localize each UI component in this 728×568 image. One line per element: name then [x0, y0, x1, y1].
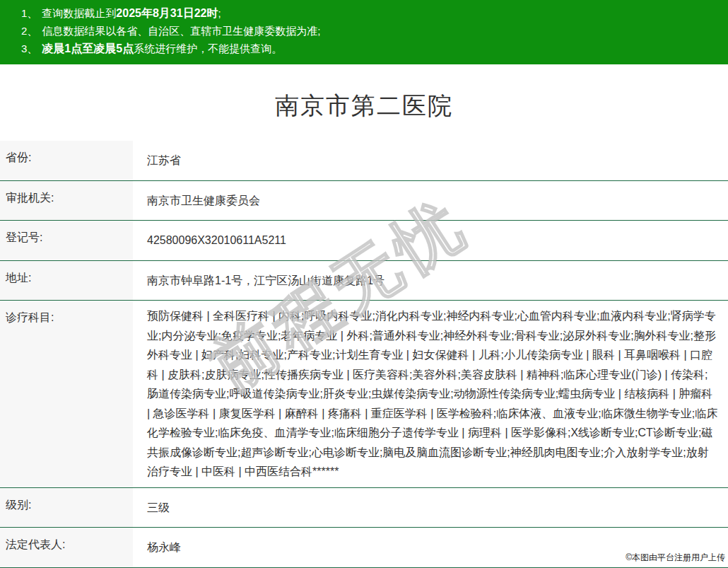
- notice-bold-text: 2025年8月31日22时: [116, 7, 218, 19]
- notice-line-3: 3、凌晨1点至凌晨5点系统进行维护，不能提供查询。: [21, 40, 721, 57]
- row-value: 南京市钟阜路1-1号，江宁区汤山街道康复路1号: [133, 261, 728, 301]
- table-row-level: 级别: 三级: [0, 488, 728, 528]
- row-label: 诊疗科目:: [0, 301, 133, 487]
- notice-number: 1、: [21, 7, 37, 19]
- hospital-info-table: 省份: 江苏省 审批机关: 南京市卫生健康委员会 登记号: 42580096X3…: [0, 141, 728, 568]
- notice-text: ;: [218, 7, 221, 19]
- table-row-approval-authority: 审批机关: 南京市卫生健康委员会: [0, 181, 728, 221]
- row-label: 法定代表人:: [0, 528, 133, 567]
- row-label: 级别:: [0, 488, 133, 528]
- row-value: 江苏省: [133, 141, 728, 180]
- notice-line-2: 2、信息数据结果以各省、自治区、直辖市卫生健康委数据为准;: [21, 22, 721, 40]
- photo-copyright-note: ©本图由平台注册用户上传: [626, 552, 725, 564]
- table-row-legal-representative: 法定代表人: 杨永峰: [0, 528, 728, 568]
- notice-text: 系统进行维护，不能提供查询。: [134, 42, 282, 54]
- row-value: 预防保健科 | 全科医疗科 | 内科;呼吸内科专业;消化内科专业;神经内科专业;…: [133, 301, 728, 487]
- row-value: 三级: [133, 488, 728, 528]
- notice-line-1: 1、查询数据截止到2025年8月31日22时;: [21, 4, 721, 22]
- notice-header: 1、查询数据截止到2025年8月31日22时; 2、信息数据结果以各省、自治区、…: [0, 0, 728, 64]
- row-value: 南京市卫生健康委员会: [133, 181, 728, 221]
- notice-number: 2、: [21, 25, 37, 37]
- table-row-address: 地址: 南京市钟阜路1-1号，江宁区汤山街道康复路1号: [0, 261, 728, 301]
- row-label: 省份:: [0, 141, 133, 180]
- notice-text: 信息数据结果以各省、自治区、直辖市卫生健康委数据为准;: [42, 25, 320, 37]
- row-label: 登记号:: [0, 221, 133, 260]
- table-row-medical-subjects: 诊疗科目: 预防保健科 | 全科医疗科 | 内科;呼吸内科专业;消化内科专业;神…: [0, 301, 728, 488]
- notice-number: 3、: [21, 42, 37, 54]
- page-title: 南京市第二医院: [0, 90, 728, 122]
- notice-bold-text: 凌晨1点至凌晨5点: [42, 42, 134, 54]
- notice-text: 查询数据截止到: [42, 7, 116, 19]
- row-value: 42580096X32010611A5211: [133, 221, 728, 260]
- table-row-province: 省份: 江苏省: [0, 141, 728, 181]
- row-label: 地址:: [0, 261, 133, 301]
- row-label: 审批机关:: [0, 181, 133, 221]
- table-row-registration-number: 登记号: 42580096X32010611A5211: [0, 221, 728, 261]
